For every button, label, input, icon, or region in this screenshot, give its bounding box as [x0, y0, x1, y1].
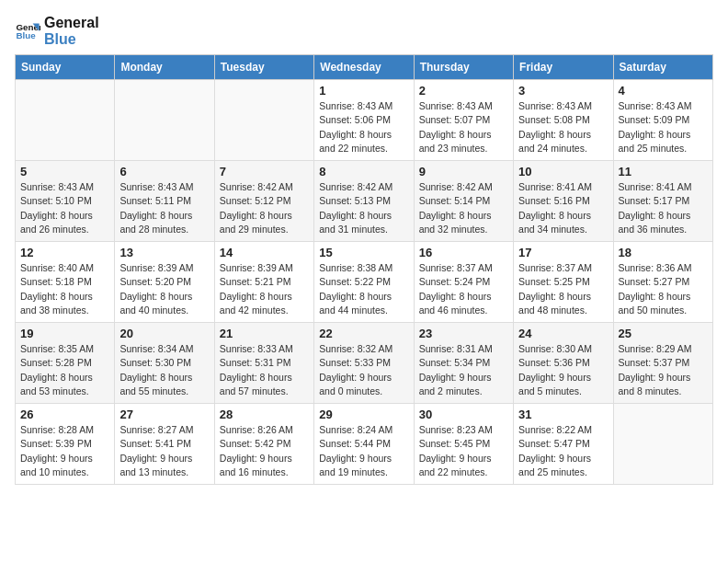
day-number: 26 [20, 408, 109, 421]
day-cell: 10Sunrise: 8:41 AM Sunset: 5:16 PM Dayli… [514, 161, 613, 242]
day-info: Sunrise: 8:28 AM Sunset: 5:39 PM Dayligh… [20, 423, 109, 479]
day-cell: 21Sunrise: 8:33 AM Sunset: 5:31 PM Dayli… [214, 323, 313, 404]
day-cell: 4Sunrise: 8:43 AM Sunset: 5:09 PM Daylig… [613, 80, 712, 161]
day-number: 20 [119, 327, 209, 340]
day-cell: 22Sunrise: 8:32 AM Sunset: 5:33 PM Dayli… [314, 323, 414, 404]
day-number: 30 [419, 408, 508, 421]
day-number: 11 [619, 165, 708, 178]
day-cell: 27Sunrise: 8:27 AM Sunset: 5:41 PM Dayli… [115, 404, 214, 485]
day-cell [214, 80, 313, 161]
day-cell: 7Sunrise: 8:42 AM Sunset: 5:12 PM Daylig… [214, 161, 313, 242]
day-info: Sunrise: 8:41 AM Sunset: 5:17 PM Dayligh… [619, 180, 708, 236]
day-number: 17 [518, 246, 608, 259]
day-info: Sunrise: 8:22 AM Sunset: 5:47 PM Dayligh… [518, 423, 608, 479]
day-number: 13 [119, 246, 209, 259]
day-number: 19 [20, 327, 109, 340]
day-cell: 29Sunrise: 8:24 AM Sunset: 5:44 PM Dayli… [314, 404, 414, 485]
weekday-header-saturday: Saturday [613, 55, 712, 80]
day-cell [16, 80, 115, 161]
day-number: 12 [20, 246, 109, 259]
day-info: Sunrise: 8:43 AM Sunset: 5:09 PM Dayligh… [619, 99, 708, 155]
day-info: Sunrise: 8:37 AM Sunset: 5:24 PM Dayligh… [419, 261, 508, 317]
day-info: Sunrise: 8:30 AM Sunset: 5:36 PM Dayligh… [518, 342, 608, 398]
day-info: Sunrise: 8:42 AM Sunset: 5:12 PM Dayligh… [220, 180, 309, 236]
logo-icon: General Blue [15, 18, 40, 44]
day-number: 6 [119, 165, 209, 178]
day-number: 23 [419, 327, 508, 340]
day-cell: 13Sunrise: 8:39 AM Sunset: 5:20 PM Dayli… [115, 242, 214, 323]
day-cell: 15Sunrise: 8:38 AM Sunset: 5:22 PM Dayli… [314, 242, 414, 323]
day-info: Sunrise: 8:34 AM Sunset: 5:30 PM Dayligh… [119, 342, 209, 398]
logo-blue: Blue [44, 31, 99, 48]
day-number: 10 [518, 165, 608, 178]
weekday-header-thursday: Thursday [414, 55, 513, 80]
day-number: 25 [619, 327, 708, 340]
day-number: 22 [319, 327, 408, 340]
day-info: Sunrise: 8:35 AM Sunset: 5:28 PM Dayligh… [20, 342, 109, 398]
day-number: 3 [518, 84, 608, 98]
day-info: Sunrise: 8:36 AM Sunset: 5:27 PM Dayligh… [619, 261, 708, 317]
day-info: Sunrise: 8:33 AM Sunset: 5:31 PM Dayligh… [220, 342, 309, 398]
weekday-header-tuesday: Tuesday [214, 55, 313, 80]
day-cell: 24Sunrise: 8:30 AM Sunset: 5:36 PM Dayli… [514, 323, 613, 404]
day-number: 1 [319, 84, 408, 98]
day-info: Sunrise: 8:31 AM Sunset: 5:34 PM Dayligh… [419, 342, 508, 398]
day-info: Sunrise: 8:43 AM Sunset: 5:07 PM Dayligh… [419, 99, 508, 155]
day-number: 24 [518, 327, 608, 340]
day-info: Sunrise: 8:23 AM Sunset: 5:45 PM Dayligh… [419, 423, 508, 479]
day-number: 14 [220, 246, 309, 259]
day-info: Sunrise: 8:42 AM Sunset: 5:14 PM Dayligh… [419, 180, 508, 236]
day-info: Sunrise: 8:32 AM Sunset: 5:33 PM Dayligh… [319, 342, 408, 398]
logo-general: General [44, 15, 99, 31]
day-cell: 31Sunrise: 8:22 AM Sunset: 5:47 PM Dayli… [514, 404, 613, 485]
day-cell: 26Sunrise: 8:28 AM Sunset: 5:39 PM Dayli… [16, 404, 115, 485]
day-number: 8 [319, 165, 408, 178]
day-info: Sunrise: 8:43 AM Sunset: 5:10 PM Dayligh… [20, 180, 109, 236]
logo: General Blue General Blue [15, 15, 99, 47]
day-cell: 20Sunrise: 8:34 AM Sunset: 5:30 PM Dayli… [115, 323, 214, 404]
day-number: 4 [619, 84, 708, 98]
day-info: Sunrise: 8:42 AM Sunset: 5:13 PM Dayligh… [319, 180, 408, 236]
day-number: 9 [419, 165, 508, 178]
day-number: 27 [119, 408, 209, 421]
day-number: 18 [619, 246, 708, 259]
day-number: 2 [419, 84, 508, 98]
day-cell: 30Sunrise: 8:23 AM Sunset: 5:45 PM Dayli… [414, 404, 513, 485]
day-cell: 11Sunrise: 8:41 AM Sunset: 5:17 PM Dayli… [613, 161, 712, 242]
svg-text:Blue: Blue [16, 30, 36, 40]
day-info: Sunrise: 8:43 AM Sunset: 5:08 PM Dayligh… [518, 99, 608, 155]
day-number: 21 [220, 327, 309, 340]
calendar: SundayMondayTuesdayWednesdayThursdayFrid… [15, 54, 713, 485]
day-info: Sunrise: 8:39 AM Sunset: 5:21 PM Dayligh… [220, 261, 309, 317]
day-info: Sunrise: 8:39 AM Sunset: 5:20 PM Dayligh… [119, 261, 209, 317]
day-info: Sunrise: 8:41 AM Sunset: 5:16 PM Dayligh… [518, 180, 608, 236]
day-info: Sunrise: 8:29 AM Sunset: 5:37 PM Dayligh… [619, 342, 708, 398]
weekday-header-friday: Friday [514, 55, 613, 80]
day-cell: 3Sunrise: 8:43 AM Sunset: 5:08 PM Daylig… [514, 80, 613, 161]
day-number: 28 [220, 408, 309, 421]
day-info: Sunrise: 8:43 AM Sunset: 5:06 PM Dayligh… [319, 99, 408, 155]
day-number: 15 [319, 246, 408, 259]
day-cell: 5Sunrise: 8:43 AM Sunset: 5:10 PM Daylig… [16, 161, 115, 242]
week-row-5: 26Sunrise: 8:28 AM Sunset: 5:39 PM Dayli… [16, 404, 713, 485]
day-cell: 6Sunrise: 8:43 AM Sunset: 5:11 PM Daylig… [115, 161, 214, 242]
day-number: 31 [518, 408, 608, 421]
day-cell: 1Sunrise: 8:43 AM Sunset: 5:06 PM Daylig… [314, 80, 414, 161]
day-info: Sunrise: 8:43 AM Sunset: 5:11 PM Dayligh… [119, 180, 209, 236]
weekday-header-row: SundayMondayTuesdayWednesdayThursdayFrid… [16, 55, 713, 80]
weekday-header-sunday: Sunday [16, 55, 115, 80]
day-cell [115, 80, 214, 161]
day-cell: 25Sunrise: 8:29 AM Sunset: 5:37 PM Dayli… [613, 323, 712, 404]
day-cell: 2Sunrise: 8:43 AM Sunset: 5:07 PM Daylig… [414, 80, 513, 161]
day-cell: 12Sunrise: 8:40 AM Sunset: 5:18 PM Dayli… [16, 242, 115, 323]
week-row-3: 12Sunrise: 8:40 AM Sunset: 5:18 PM Dayli… [16, 242, 713, 323]
day-cell: 19Sunrise: 8:35 AM Sunset: 5:28 PM Dayli… [16, 323, 115, 404]
day-info: Sunrise: 8:26 AM Sunset: 5:42 PM Dayligh… [220, 423, 309, 479]
day-cell: 23Sunrise: 8:31 AM Sunset: 5:34 PM Dayli… [414, 323, 513, 404]
day-cell: 8Sunrise: 8:42 AM Sunset: 5:13 PM Daylig… [314, 161, 414, 242]
day-cell: 14Sunrise: 8:39 AM Sunset: 5:21 PM Dayli… [214, 242, 313, 323]
day-number: 7 [220, 165, 309, 178]
day-cell: 9Sunrise: 8:42 AM Sunset: 5:14 PM Daylig… [414, 161, 513, 242]
day-info: Sunrise: 8:27 AM Sunset: 5:41 PM Dayligh… [119, 423, 209, 479]
day-cell [613, 404, 712, 485]
